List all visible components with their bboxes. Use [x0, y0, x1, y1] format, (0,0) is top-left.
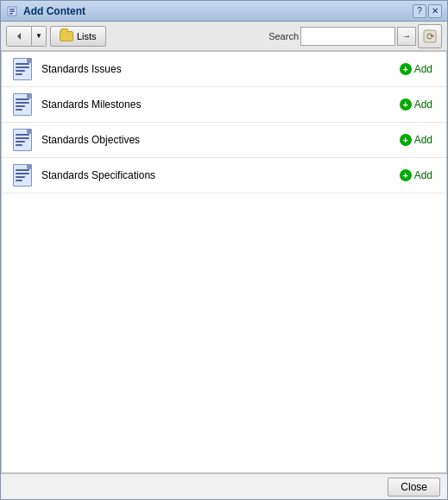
add-button[interactable]: + Add	[394, 132, 438, 148]
svg-rect-2	[9, 10, 15, 12]
add-icon: +	[400, 98, 412, 111]
add-label: Add	[414, 169, 432, 181]
nav-group: ▼	[6, 26, 47, 47]
back-button[interactable]	[7, 27, 32, 46]
breadcrumb-label: Lists	[77, 31, 97, 41]
add-icon: +	[400, 169, 412, 181]
footer: Close	[1, 473, 447, 499]
search-area: Search → ⟳	[268, 24, 442, 48]
item-icon	[10, 92, 35, 117]
dropdown-arrow-icon: ▼	[35, 32, 42, 40]
breadcrumb-tab[interactable]: Lists	[50, 26, 106, 47]
content-area: Standards Issues + Add Standards Milesto…	[1, 51, 447, 473]
title-bar-buttons: ? ✕	[413, 4, 442, 18]
item-icon	[10, 163, 35, 187]
item-name: Standards Milestones	[41, 98, 394, 111]
document-icon	[13, 164, 32, 187]
list-item: Standards Specifications + Add	[2, 158, 446, 193]
folder-icon	[60, 31, 73, 41]
add-button[interactable]: + Add	[394, 61, 438, 77]
add-label: Add	[414, 63, 432, 75]
item-icon	[10, 128, 35, 152]
add-button[interactable]: + Add	[394, 168, 438, 183]
svg-rect-3	[9, 13, 13, 15]
item-name: Standards Issues	[41, 63, 394, 75]
search-label: Search	[268, 31, 299, 41]
search-go-button[interactable]: →	[397, 27, 416, 46]
add-icon: +	[400, 63, 412, 75]
refresh-button[interactable]: ⟳	[418, 24, 442, 48]
item-name: Standards Specifications	[41, 169, 394, 181]
help-button[interactable]: ?	[413, 4, 426, 18]
add-button[interactable]: + Add	[394, 97, 438, 112]
add-icon: +	[400, 134, 412, 146]
list-item: Standards Milestones + Add	[2, 87, 446, 123]
nav-dropdown-button[interactable]: ▼	[32, 27, 46, 46]
add-content-window: Add Content ? ✕ ▼ Lists Se	[0, 0, 448, 500]
window-title: Add Content	[23, 5, 413, 17]
back-arrow-icon	[14, 31, 24, 41]
search-input[interactable]	[300, 27, 395, 46]
svg-rect-1	[9, 9, 15, 10]
document-icon	[13, 58, 32, 80]
title-bar: Add Content ? ✕	[1, 1, 447, 22]
refresh-icon: ⟳	[422, 28, 438, 44]
document-icon	[13, 129, 32, 151]
list-item: Standards Issues + Add	[2, 52, 446, 87]
close-button[interactable]: Close	[388, 478, 440, 497]
svg-text:⟳: ⟳	[426, 31, 434, 41]
window-icon	[6, 4, 20, 18]
window-close-button[interactable]: ✕	[428, 4, 442, 18]
go-arrow-icon: →	[402, 31, 411, 41]
item-icon	[10, 57, 35, 81]
toolbar: ▼ Lists Search → ⟳	[1, 22, 447, 51]
svg-marker-4	[17, 33, 21, 40]
document-icon	[13, 93, 32, 116]
add-label: Add	[414, 98, 432, 111]
list-item: Standards Objectives + Add	[2, 123, 446, 158]
add-label: Add	[414, 134, 432, 146]
item-name: Standards Objectives	[41, 134, 394, 146]
